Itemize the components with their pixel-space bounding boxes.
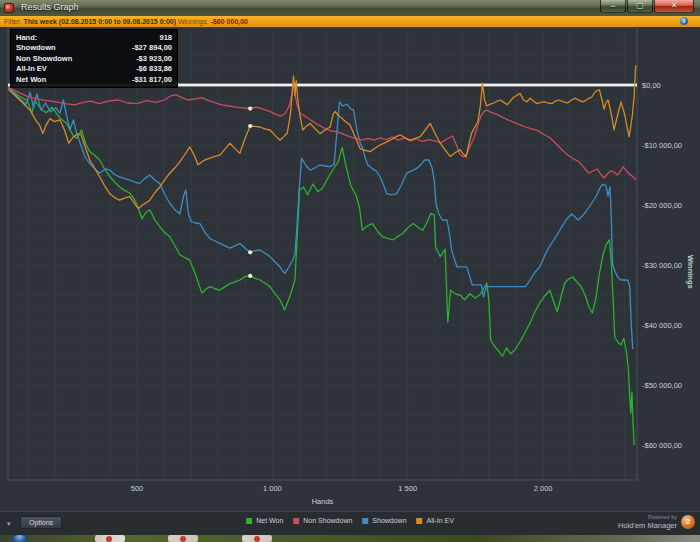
hover-marker-icon <box>248 274 252 278</box>
tooltip-value: -$31 817,00 <box>132 75 172 85</box>
tooltip-row: Net Won -$31 817,00 <box>16 75 172 85</box>
tooltip-value: -$6 833,86 <box>136 64 172 74</box>
info-icon[interactable]: i <box>680 17 688 25</box>
y-axis-label: Winnings <box>686 255 695 289</box>
legend-label: Non Showdown <box>303 517 352 524</box>
tooltip-row: Showdown -$27 894,00 <box>16 43 172 53</box>
tooltip-value: -$3 923,00 <box>136 54 172 64</box>
legend-item-all-in-ev[interactable]: All-In EV <box>417 517 454 524</box>
window-controls: – ▢ ✕ <box>599 0 694 13</box>
all-in-ev-swatch-icon <box>417 518 423 524</box>
y-tick-label: $0,00 <box>642 81 661 90</box>
x-axis-ticks: 5001 0001 5002 000 <box>131 484 553 493</box>
collapse-arrow-icon[interactable]: ▾ <box>7 521 15 526</box>
hem-logo-icon: 2 <box>681 515 695 529</box>
app-icon <box>4 3 14 13</box>
legend-item-net-won[interactable]: Net Won <box>246 517 283 524</box>
tooltip-row: All-In EV -$6 833,86 <box>16 64 172 74</box>
tooltip-value: 918 <box>159 33 172 43</box>
legend-label: Net Won <box>256 517 283 524</box>
bottom-bar: ▾ Options Net Won Non Showdown Showdown … <box>0 511 700 535</box>
minimize-button[interactable]: – <box>600 0 626 13</box>
tooltip-label: Non Showdown <box>16 54 72 64</box>
tooltip-label: Showdown <box>16 43 56 53</box>
y-tick-label: -$20 000,00 <box>642 201 682 210</box>
non-showdown-swatch-icon <box>293 518 299 524</box>
branding: Powered by Hold'em Manager 2 <box>618 514 695 530</box>
tooltip-row: Hand: 918 <box>16 33 172 43</box>
filter-label: Filter: <box>4 18 22 25</box>
tooltip-label: Net Won <box>16 75 46 85</box>
hover-marker-icon <box>248 106 252 110</box>
gridlines <box>8 27 637 480</box>
winnings-value: -$60 000,00 <box>211 18 248 25</box>
filter-bar: Filter: This week (02.08.2015 0:00 to 09… <box>0 16 700 27</box>
options-button[interactable]: Options <box>20 516 62 529</box>
powered-by-text: Powered by <box>618 514 677 521</box>
tooltip-label: All-In EV <box>16 64 47 74</box>
filter-value: This week (02.08.2015 0:00 to 09.08.2015… <box>23 18 176 25</box>
legend-item-non-showdown[interactable]: Non Showdown <box>293 517 352 524</box>
y-tick-label: -$30 000,00 <box>642 261 682 270</box>
tooltip-row: Non Showdown -$3 923,00 <box>16 54 172 64</box>
tooltip-value: -$27 894,00 <box>132 43 172 53</box>
y-tick-label: -$40 000,00 <box>642 321 682 330</box>
y-tick-label: -$10 000,00 <box>642 141 682 150</box>
maximize-button[interactable]: ▢ <box>627 0 653 13</box>
y-tick-label: -$60 000,00 <box>642 441 682 450</box>
x-tick-label: 500 <box>131 484 144 493</box>
y-tick-label: -$50 000,00 <box>642 381 682 390</box>
y-axis-ticks: $0,00-$10 000,00-$20 000,00-$30 000,00-$… <box>642 81 682 450</box>
x-tick-label: 1 000 <box>263 484 282 493</box>
tooltip-label: Hand: <box>16 33 37 43</box>
hover-tooltip: Hand: 918 Showdown -$27 894,00 Non Showd… <box>10 29 178 88</box>
x-axis-label: Hands <box>8 497 637 506</box>
winnings-label: Winnings: <box>178 18 209 25</box>
results-graph-window: 5001 0001 5002 000$0,00-$10 000,00-$20 0… <box>0 0 700 542</box>
hover-marker-icon <box>248 124 252 128</box>
net-won-swatch-icon <box>246 518 252 524</box>
window-title: Results Graph <box>21 2 79 12</box>
x-tick-label: 1 500 <box>398 484 417 493</box>
close-button[interactable]: ✕ <box>654 0 694 13</box>
legend-item-showdown[interactable]: Showdown <box>362 517 406 524</box>
brand-name: Hold'em Manager <box>618 521 677 530</box>
x-tick-label: 2 000 <box>534 484 553 493</box>
hover-marker-icon <box>248 250 252 254</box>
legend-label: Showdown <box>372 517 406 524</box>
showdown-swatch-icon <box>362 518 368 524</box>
title-bar[interactable]: Results Graph <box>0 0 700 17</box>
chart-legend: Net Won Non Showdown Showdown All-In EV <box>241 517 459 524</box>
legend-label: All-In EV <box>427 517 454 524</box>
